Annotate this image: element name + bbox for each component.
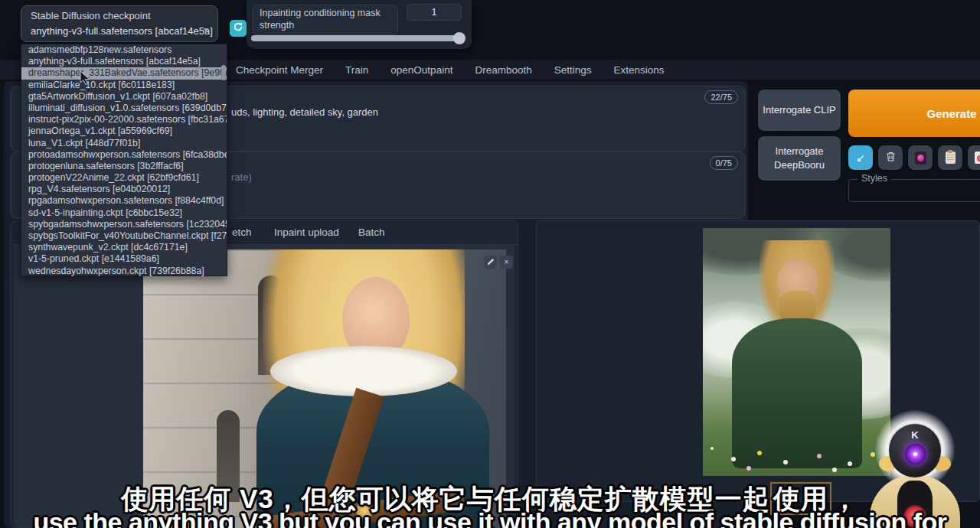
main-tab[interactable]: Extensions (613, 64, 664, 76)
avatar-eye (905, 444, 926, 464)
woman-image-fur-collar (270, 346, 457, 396)
main-tab[interactable]: Settings (554, 64, 592, 76)
checkpoint-label: Stable Diffusion checkpoint (31, 10, 151, 21)
main-tab[interactable]: Dreambooth (475, 64, 531, 76)
remove-image-button[interactable]: × (500, 256, 513, 269)
interrogate-deepbooru-button[interactable]: Interrogate DeepBooru (758, 136, 841, 181)
checkpoint-option[interactable]: adamsmedbfp128new.safetensors (21, 44, 227, 56)
main-tab[interactable]: Checkpoint Merger (236, 64, 323, 76)
checkpoint-option[interactable]: rpg_V4.safetensors [e04b020012] (21, 184, 227, 195)
mask-strength-panel: Inpainting conditioning mask strength 1 (247, 0, 472, 49)
main-tab[interactable]: Train (345, 64, 368, 76)
avatar-head: K (889, 424, 941, 477)
checkpoint-option[interactable]: luna_V1.ckpt [448d77f01b] (21, 138, 227, 149)
flower-card-icon (915, 152, 926, 165)
refresh-checkpoints-button[interactable] (230, 20, 247, 37)
checkpoint-option[interactable]: instruct-pix2pix-00-22000.safetensors [f… (21, 114, 227, 125)
checkpoint-selected-value: anything-v3-full.safetensors [abcaf14e5a… (31, 25, 213, 37)
checkpoint-option[interactable]: jennaOrtega_v1.ckpt [a55969cf69] (21, 125, 227, 137)
mouse-cursor (80, 70, 90, 89)
mask-strength-slider[interactable] (251, 35, 465, 41)
extra-networks-button[interactable] (908, 145, 933, 170)
man-image-flowers (710, 447, 714, 450)
checkpoint-options: adamsmedbfp128new.safetensorsanything-v3… (21, 44, 227, 277)
pencil-icon (487, 259, 495, 266)
save-style-button[interactable] (968, 145, 980, 170)
checkpoint-dropdown[interactable]: Stable Diffusion checkpoint anything-v3-… (21, 5, 218, 42)
edit-image-button[interactable] (484, 256, 497, 269)
chevron-down-icon: ▾ (204, 24, 208, 35)
checkpoint-option[interactable]: sd-v1-5-inpainting.ckpt [c6bbc15e32] (21, 207, 227, 219)
output-image-man[interactable] (703, 228, 890, 476)
main-tab[interactable]: openOutpaint (390, 64, 452, 76)
prompt-token-counter: 22/75 (704, 90, 738, 104)
apply-styles-button[interactable] (938, 145, 962, 170)
paste-arrow-icon: ↙ (856, 152, 865, 164)
mask-strength-label: Inpainting conditioning mask strength (253, 5, 398, 35)
mask-strength-slider-handle[interactable] (453, 32, 466, 44)
checkpoint-option[interactable]: synthwavepunk_v2.ckpt [dc4c67171e] (21, 242, 227, 253)
mask-strength-value-input[interactable]: 1 (407, 4, 462, 21)
checkpoint-option[interactable]: protoadamsohwxperson.safetensors [6fca38… (21, 149, 227, 161)
checkpoint-option[interactable]: rpgadamsohwxperson.safetensors [f884c4ff… (21, 195, 227, 207)
tab-batch[interactable]: Batch (358, 227, 385, 238)
checkpoint-option[interactable]: wednesdayohwxperson.ckpt [739f26b88a] (21, 266, 227, 277)
prompt-text: uds, lighting, detailed sky, garden (231, 106, 378, 118)
checkpoint-option[interactable]: gta5ArtworkDiffusion_v1.ckpt [607aa02fb8… (21, 91, 227, 103)
tab-inpaint-sketch[interactable]: etch (232, 227, 252, 238)
refresh-icon (233, 21, 243, 35)
stable-diffusion-webui-screen: { "checkpoint_picker": { "label": "Stabl… (0, 0, 980, 528)
clipboard-icon (946, 152, 956, 164)
man-image-tunic (732, 318, 862, 468)
checkpoint-option[interactable]: protogenV22Anime_22.ckpt [62bf9cfd61] (21, 172, 227, 184)
trash-icon (885, 151, 897, 165)
generate-button[interactable]: Generate (848, 90, 980, 137)
checkpoint-option[interactable]: illuminati_diffusion_v1.0.safetensors [6… (21, 103, 227, 114)
interrogate-clip-button[interactable]: Interrogate CLIP (758, 90, 841, 131)
checkpoint-option[interactable]: protogenluna.safetensors [3b2fffacf6] (21, 161, 227, 172)
checkpoint-option[interactable]: v1-5-pruned.ckpt [e1441589a6] (21, 253, 227, 265)
checkpoint-option[interactable]: spybgsToolkitFor_v40YoutubeChannel.ckpt … (21, 230, 227, 242)
checkpoint-option[interactable]: dreamshaper_331BakedVae.safetensors [9e9… (21, 67, 227, 79)
avatar-letter: K (889, 429, 941, 441)
checkpoint-option[interactable]: spybgadamsohwxperson.safetensors [1c2320… (21, 219, 227, 230)
floppy-disk-icon (975, 152, 980, 164)
clear-prompt-button[interactable] (878, 145, 903, 170)
checkpoint-option[interactable]: anything-v3-full.safetensors [abcaf14e5a… (21, 56, 227, 67)
close-icon: × (504, 258, 508, 266)
tab-inpaint-upload[interactable]: Inpaint upload (274, 227, 339, 238)
styles-label: Styles (858, 173, 891, 184)
negative-placeholder-fragment: rate) (231, 171, 252, 183)
checkpoint-option[interactable]: emiliaClarke_10.ckpt [6c0118e183] (21, 80, 227, 91)
subtitle-english: use the anything V3 but you can use it w… (0, 507, 980, 528)
checkpoint-options-list: adamsmedbfp128new.safetensorsanything-v3… (21, 44, 227, 276)
negative-token-counter: 0/75 (710, 156, 738, 170)
dropdown-scrollbar[interactable] (221, 65, 226, 80)
paste-generation-params-button[interactable]: ↙ (848, 145, 873, 170)
